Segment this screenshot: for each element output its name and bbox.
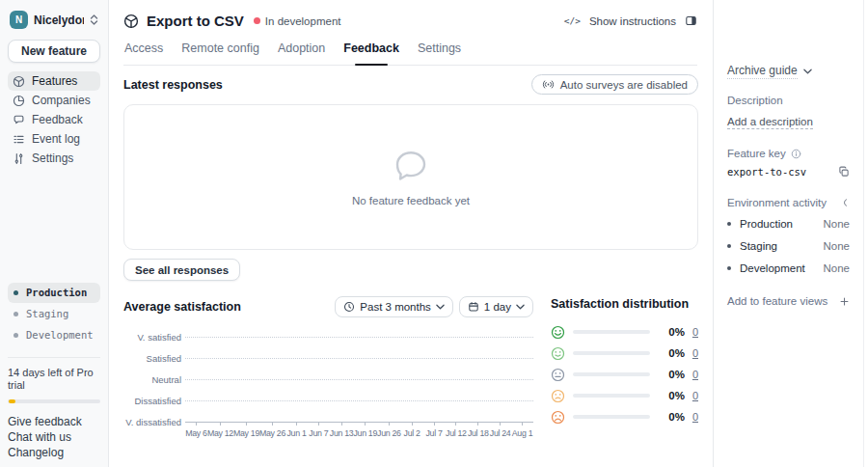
env-item-staging[interactable]: Staging (8, 304, 100, 324)
feature-key-value: export-to-csv (727, 166, 806, 178)
distribution-count-link[interactable]: 0 (692, 411, 698, 423)
sidebar-spacer (8, 168, 100, 283)
gridline (185, 337, 533, 338)
scrollbar-gutter[interactable] (863, 0, 868, 467)
tab-feedback[interactable]: Feedback (342, 41, 400, 65)
trial-progress-fill (9, 399, 15, 403)
environment-activity-label: Environment activity (727, 197, 827, 208)
auto-surveys-button[interactable]: Auto surveys are disabled (531, 74, 698, 95)
see-all-responses-button[interactable]: See all responses (123, 259, 240, 281)
distribution-row-satisfied: 0% 0 (551, 346, 698, 360)
new-feature-button[interactable]: New feature (8, 40, 100, 63)
chevron-down-icon (516, 304, 525, 310)
x-tick-label: Jun 7 (309, 428, 328, 438)
left-sidebar: N Nicelydone New feature Features Compan… (0, 0, 109, 467)
sidebar-item-companies[interactable]: Companies (8, 91, 100, 110)
add-description-link[interactable]: Add a description (727, 116, 813, 129)
distribution-count-link[interactable]: 0 (692, 347, 698, 359)
chevron-down-icon (803, 69, 812, 74)
env-activity-row-development: Development None (727, 261, 850, 275)
feature-key-label: Feature key (727, 148, 786, 159)
latest-responses-card: No feature feedback yet (123, 104, 698, 250)
archive-guide-dropdown[interactable]: Archive guide (727, 64, 850, 79)
gridline (185, 379, 533, 380)
tab-settings[interactable]: Settings (417, 41, 462, 65)
env-dot (14, 312, 18, 316)
sidebar-item-feedback[interactable]: Feedback (8, 110, 100, 129)
distribution-rows: 0% 0 0% 0 (551, 325, 698, 424)
y-axis-label: Neutral (118, 374, 181, 385)
sidebar-item-event-log[interactable]: Event log (8, 129, 100, 149)
event-log-icon (13, 133, 25, 146)
x-tick-label: Jun 26 (377, 428, 401, 438)
distribution-title: Satisfaction distribution (551, 297, 689, 311)
page-title: Export to CSV (147, 13, 244, 29)
x-tick-label: Jul 18 (468, 428, 489, 438)
feedback-tab-content: Latest responses Auto surveys are disabl… (109, 66, 713, 467)
distribution-count-link[interactable]: 0 (692, 390, 698, 401)
environment-switcher: Production Staging Development (8, 283, 100, 345)
tab-adoption[interactable]: Adoption (277, 41, 326, 65)
sidebar-footer-links: Give feedback Chat with us Changelog (8, 415, 100, 459)
y-axis-label: Dissatisfied (118, 396, 181, 406)
average-satisfaction-title: Average satisfaction (123, 300, 241, 314)
changelog-link[interactable]: Changelog (8, 446, 100, 459)
env-label: Production (26, 287, 87, 298)
companies-icon (13, 95, 25, 107)
env-activity-row-staging: Staging None (727, 239, 850, 253)
x-tick-label: Aug 1 (512, 428, 533, 438)
env-bullet (727, 266, 731, 270)
info-icon[interactable] (791, 149, 801, 159)
sidebar-nav: Features Companies Feedback Event log Se… (8, 71, 100, 168)
status-label: In development (265, 15, 341, 27)
env-value: None (824, 262, 851, 274)
env-item-production[interactable]: Production (8, 283, 100, 303)
satisfied-face-icon (551, 346, 565, 361)
env-item-development[interactable]: Development (8, 325, 100, 345)
x-tick-label: Jul 12 (446, 428, 467, 438)
date-range-dropdown[interactable]: Past 3 months (335, 296, 453, 317)
add-to-feature-views-label: Add to feature views (727, 295, 827, 307)
distribution-bar (573, 372, 650, 376)
interval-dropdown[interactable]: 1 day (459, 296, 533, 317)
distribution-count-link[interactable]: 0 (692, 326, 698, 338)
distribution-bar (573, 351, 650, 355)
chevron-up-down-icon (90, 14, 98, 25)
add-to-feature-views-button[interactable]: Add to feature views (727, 295, 850, 307)
feature-tabs: Access Remote config Adoption Feedback S… (123, 41, 697, 66)
env-name: Staging (740, 240, 777, 252)
sidebar-item-settings[interactable]: Settings (8, 149, 100, 168)
org-switcher[interactable]: N Nicelydone (8, 11, 100, 29)
x-axis: May 6 May 12 May 19 May 26 Jun 1 Jun 7 J… (185, 422, 533, 438)
main-header: Export to CSV In development </> Show in… (109, 0, 713, 66)
gridline (185, 400, 533, 401)
very-satisfied-face-icon (551, 325, 565, 340)
y-axis-label: V. dissatisfied (118, 417, 181, 427)
env-name: Production (740, 218, 793, 230)
y-axis-label: Satisfied (118, 353, 181, 364)
distribution-count-link[interactable]: 0 (692, 369, 698, 380)
panel-toggle-icon[interactable] (685, 14, 697, 27)
trial-countdown: 14 days left of Pro trial (8, 367, 100, 394)
megaphone-muted-icon (542, 78, 555, 91)
distribution-percent: 0% (658, 390, 685, 401)
give-feedback-link[interactable]: Give feedback (8, 415, 100, 428)
chat-with-us-link[interactable]: Chat with us (8, 430, 100, 444)
show-instructions-button[interactable]: Show instructions (589, 15, 676, 27)
sidebar-item-label: Feedback (32, 113, 83, 126)
distribution-row-very-dissatisfied: 0% 0 (551, 410, 698, 424)
calendar-icon (468, 301, 479, 313)
env-dot (14, 333, 18, 338)
tab-remote-config[interactable]: Remote config (180, 41, 260, 65)
copy-icon[interactable] (838, 166, 850, 178)
very-dissatisfied-face-icon (551, 410, 565, 425)
sidebar-item-label: Settings (32, 151, 73, 165)
sidebar-item-features[interactable]: Features (8, 71, 100, 91)
distribution-row-neutral: 0% 0 (551, 368, 698, 381)
feedback-icon (13, 114, 25, 126)
sidebar-item-label: Event log (32, 132, 80, 146)
features-icon (13, 75, 25, 88)
sidebar-item-label: Companies (32, 94, 91, 107)
tab-access[interactable]: Access (123, 41, 164, 65)
env-bullet (727, 222, 731, 226)
